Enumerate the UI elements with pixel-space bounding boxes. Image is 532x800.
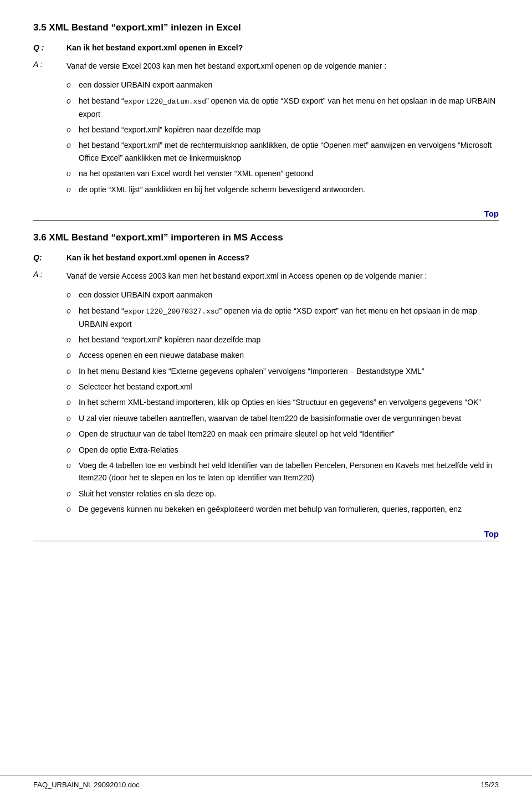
section35-q-text: Kan ik het bestand export.xml openen in … [66, 43, 243, 52]
list-item: oIn het menu Bestand kies “Externe gegev… [66, 365, 499, 377]
list-item: ode optie “XML lijst” aanklikken en bij … [66, 183, 499, 196]
list-item: oeen dossier URBAIN export aanmaken [66, 79, 499, 91]
list-item: oSelecteer het bestand export.xml [66, 381, 499, 393]
list-item: oIn het scherm XML-bestand importeren, k… [66, 396, 499, 408]
list-item: ohet bestand “export.xml” kopiëren naar … [66, 334, 499, 346]
page-container: 3.5 XML Bestand “export.xml” inlezen in … [0, 0, 532, 800]
section35-bullet-list: oeen dossier URBAIN export aanmakenohet … [66, 79, 499, 196]
section35-question: Q : Kan ik het bestand export.xml openen… [33, 43, 499, 52]
list-item: ohet bestand “export.xml” kopiëren naar … [66, 124, 499, 136]
section36-a-label: A : [33, 270, 66, 521]
list-item: oDe gegevens kunnen nu bekeken en geëxpl… [66, 503, 499, 515]
section36-bullet-list: oeen dossier URBAIN export aanmakenohet … [66, 289, 499, 515]
section35-answer: A : Vanaf de versie Excel 2003 kan men h… [33, 60, 499, 201]
section35-divider [33, 220, 499, 221]
section36-a-text: Vanaf de versie Access 2003 kan men het … [66, 270, 499, 282]
list-item: oU zal vier nieuwe tabellen aantreffen, … [66, 412, 499, 424]
section36-question: Q: Kan ik het bestand export.xml openen … [33, 253, 499, 262]
list-item: oVoeg de 4 tabellen toe en verbindt het … [66, 459, 499, 484]
section35-top-link[interactable]: Top [33, 209, 499, 218]
section36-q-text: Kan ik het bestand export.xml openen in … [66, 253, 249, 262]
footer-left: FAQ_URBAIN_NL 29092010.doc [33, 781, 140, 789]
list-item: oOpen de optie Extra-Relaties [66, 444, 499, 456]
list-item: ohet bestand “export220_20070327.xsd” op… [66, 305, 499, 330]
footer-right: 15/23 [480, 781, 499, 789]
list-item: oOpen de structuur van de tabel Item220 … [66, 428, 499, 440]
list-item: oAccess openen en een nieuwe database ma… [66, 349, 499, 361]
list-item: oeen dossier URBAIN export aanmaken [66, 289, 499, 301]
list-item: ohet bestand “export220_datum.xsd” opene… [66, 95, 499, 120]
list-item: oSluit het venster relaties en sla deze … [66, 488, 499, 500]
section35-heading: 3.5 XML Bestand “export.xml” inlezen in … [33, 22, 499, 33]
section35-a-text: Vanaf de versie Excel 2003 kan men het b… [66, 60, 499, 72]
section36-divider [33, 541, 499, 541]
list-item: ona het opstarten van Excel wordt het ve… [66, 167, 499, 180]
section36-heading: 3.6 XML Bestand “export.xml” importeren … [33, 232, 499, 243]
section36-q-label: Q: [33, 253, 66, 262]
list-item: ohet bestand “export.xml” met de rechter… [66, 139, 499, 164]
footer: FAQ_URBAIN_NL 29092010.doc 15/23 [0, 776, 532, 789]
section35-a-label: A : [33, 60, 66, 201]
section36-answer: A : Vanaf de versie Access 2003 kan men … [33, 270, 499, 521]
section35-q-label: Q : [33, 43, 66, 52]
section36-top-link[interactable]: Top [33, 529, 499, 539]
